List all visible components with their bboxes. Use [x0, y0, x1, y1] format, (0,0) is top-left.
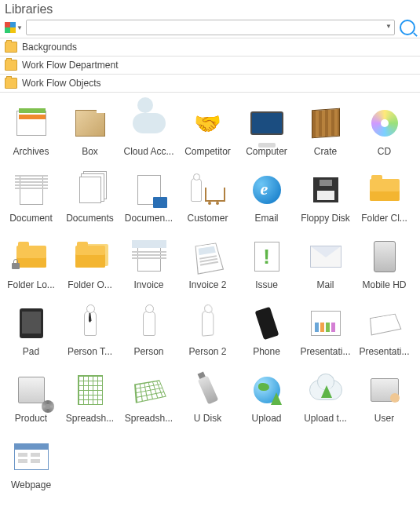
shape-item[interactable]: Invoice [119, 232, 178, 299]
shape-item[interactable]: Folder O... [60, 232, 119, 299]
shape-item[interactable]: Folder Cl... [355, 166, 414, 232]
phone-icon [247, 304, 287, 343]
shape-label: Person 2 [188, 346, 226, 357]
shape-label: Crate [314, 146, 337, 157]
shape-item[interactable]: Mobile HD [355, 232, 414, 299]
shape-item[interactable]: Person 2 [178, 299, 237, 366]
shape-item[interactable]: CD [355, 99, 414, 166]
folder-icon [5, 42, 17, 53]
shape-label: Mobile HD [362, 279, 406, 290]
shape-item[interactable]: Customer [178, 166, 237, 232]
shape-item[interactable]: Box [60, 99, 119, 166]
shape-item[interactable]: Spreadsh... [60, 366, 119, 432]
shape-label: Competitor [184, 146, 231, 157]
cloud-account-icon [130, 104, 169, 143]
shape-label: Customer [187, 213, 228, 224]
mail-icon [306, 237, 345, 276]
u-disk-icon [188, 370, 228, 410]
shape-label: Computer [246, 146, 287, 157]
shape-label: Email [254, 213, 278, 224]
shape-item[interactable]: Phone [237, 299, 296, 366]
shape-label: Product [15, 413, 47, 424]
invoice-icon [130, 237, 169, 276]
shape-item[interactable]: Floppy Disk [296, 166, 355, 232]
toolbar: ▼ ▼ [0, 16, 420, 38]
shape-item[interactable]: Email [237, 166, 296, 232]
shape-item[interactable]: Pad [2, 299, 60, 366]
color-theme-button[interactable]: ▼ [5, 22, 23, 33]
presentation-2-icon [365, 304, 404, 343]
shape-item[interactable]: Upload [237, 366, 296, 432]
folder-closed-icon [365, 170, 404, 210]
shape-item[interactable]: Presentati... [355, 299, 414, 366]
shape-item[interactable]: User [355, 366, 414, 432]
search-input[interactable] [26, 20, 395, 35]
shape-label: CD [378, 146, 391, 157]
shape-item[interactable]: !Issue [237, 232, 296, 299]
person-2-icon [188, 304, 228, 343]
document-icon [12, 170, 51, 210]
folder-icon [5, 60, 17, 71]
invoice-2-icon [188, 237, 228, 276]
shape-item[interactable]: U Disk [178, 366, 237, 432]
search-wrap: ▼ [26, 20, 395, 35]
issue-icon: ! [247, 237, 287, 276]
email-icon [247, 170, 287, 210]
documents-icon [71, 170, 110, 210]
search-button[interactable] [398, 20, 415, 35]
shape-item[interactable]: Invoice 2 [178, 232, 237, 299]
shape-label: Invoice [133, 279, 163, 290]
shape-label: Person T... [68, 346, 112, 357]
shape-item[interactable]: Person T... [60, 299, 119, 366]
shape-item[interactable]: Spreadsh... [119, 366, 178, 432]
shape-item[interactable]: Computer [237, 99, 296, 166]
shape-item[interactable]: Cloud Acc... [119, 99, 178, 166]
upload-icon [247, 370, 287, 410]
shape-item[interactable]: Folder Lo... [2, 232, 60, 299]
folder-open-icon [71, 237, 110, 276]
shape-label: Invoice 2 [188, 279, 226, 290]
libraries-panel: Libraries ▼ ▼ Backgrounds Work Flow Depa… [0, 0, 420, 514]
shape-item[interactable]: Documents [60, 166, 119, 232]
customer-icon [188, 170, 228, 210]
spreadsheet-icon [71, 370, 110, 410]
shape-label: Documents [66, 213, 114, 224]
shape-label: Floppy Disk [301, 213, 350, 224]
shape-label: Cloud Acc... [123, 146, 173, 157]
shape-item[interactable]: Product [2, 366, 60, 432]
shape-item[interactable]: Upload t... [296, 366, 355, 432]
shape-item[interactable]: Crate [296, 99, 355, 166]
shape-label: Box [82, 146, 98, 157]
section-backgrounds[interactable]: Backgrounds [0, 38, 420, 57]
shape-label: U Disk [194, 413, 221, 424]
cd-icon [365, 104, 404, 143]
shape-label: Document [9, 213, 53, 224]
shape-label: Presentati... [359, 346, 409, 357]
shape-label: Phone [253, 346, 280, 357]
folder-locked-icon [12, 237, 51, 276]
section-work-flow-objects[interactable]: Work Flow Objects [0, 74, 420, 93]
shape-item[interactable]: Document [2, 166, 60, 232]
shape-item[interactable]: Documen... [119, 166, 178, 232]
user-icon [365, 370, 404, 410]
shape-item[interactable]: Mail [296, 232, 355, 299]
section-label: Work Flow Department [22, 60, 118, 71]
shape-label: Archives [13, 146, 49, 157]
spreadsheet-2-icon [130, 370, 169, 410]
shape-item[interactable]: Archives [2, 99, 60, 166]
shape-item[interactable]: Presentati... [296, 299, 355, 366]
shape-item[interactable]: 🤝Competitor [178, 99, 237, 166]
shape-item[interactable]: Person [119, 299, 178, 366]
shape-label: Pad [23, 346, 39, 357]
shape-label: Spreadsh... [66, 413, 114, 424]
person-tie-icon [71, 304, 110, 343]
shape-label: Person [133, 346, 163, 357]
computer-icon [247, 104, 287, 143]
person-icon [130, 304, 169, 343]
section-work-flow-department[interactable]: Work Flow Department [0, 56, 420, 75]
pad-icon [12, 304, 51, 343]
upload-cloud-icon [306, 370, 345, 410]
shape-item[interactable]: Webpage [2, 432, 60, 499]
shape-label: Upload [251, 413, 281, 424]
shape-label: Folder O... [68, 279, 112, 290]
